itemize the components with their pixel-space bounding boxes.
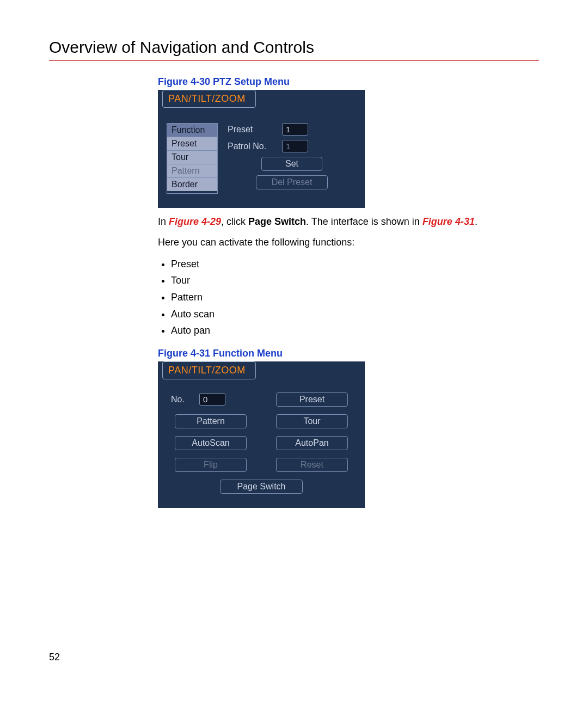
figure-ref-4-29: Figure 4-29 [169,216,221,227]
list-item: Preset [171,256,528,273]
set-button[interactable]: Set [261,157,322,171]
figure-caption-4-30: Figure 4-30 PTZ Setup Menu [158,76,528,88]
text: . The interface is shown in [306,216,422,227]
function-list: Function Preset Tour Pattern Border [167,123,218,194]
text: In [158,216,169,227]
no-field-label: No. [171,395,193,404]
list-item: Auto scan [171,306,528,323]
function-bullet-list: Preset Tour Pattern Auto scan Auto pan [171,256,528,339]
figure-ref-4-31: Figure 4-31 [422,216,475,227]
flip-button[interactable]: Flip [175,458,247,472]
ptz-tab-label: PAN/TILT/ZOOM [162,90,256,108]
text: . [475,216,477,227]
list-item: Pattern [171,289,528,306]
autopan-button[interactable]: AutoPan [276,436,348,450]
autoscan-button[interactable]: AutoScan [175,436,247,450]
tour-button[interactable]: Tour [276,414,348,428]
preset-number-input[interactable]: 1 [282,123,308,136]
page-switch-button[interactable]: Page Switch [220,480,303,494]
del-preset-button[interactable]: Del Preset [256,175,328,189]
pattern-button[interactable]: Pattern [175,414,247,428]
page-title: Overview of Navigation and Controls [49,38,539,61]
list-item: Tour [171,272,528,289]
text: , click [221,216,248,227]
list-item-pattern[interactable]: Pattern [167,164,217,178]
instruction-paragraph-1: In Figure 4-29, click Page Switch. The i… [158,214,528,230]
preset-button[interactable]: Preset [276,392,348,407]
ptz-setup-panel: PAN/TILT/ZOOM Function Preset Tour Patte… [158,90,365,208]
patrol-field-label: Patrol No. [228,142,277,151]
list-item-function[interactable]: Function [167,124,217,137]
patrol-number-readonly: 1 [282,140,308,152]
page-number: 52 [49,652,60,663]
list-item-preset[interactable]: Preset [167,137,217,151]
reset-button[interactable]: Reset [276,458,348,472]
list-item-border[interactable]: Border [167,178,217,191]
instruction-paragraph-2: Here you can activate the following func… [158,235,528,250]
list-item: Auto pan [171,322,528,339]
bold-page-switch: Page Switch [248,216,306,227]
preset-field-label: Preset [228,125,277,134]
no-input[interactable]: 0 [199,393,225,406]
ptz-function-panel: PAN/TILT/ZOOM No. 0 Preset Pattern Tour [158,361,365,508]
ptz-tab-label: PAN/TILT/ZOOM [162,361,256,379]
figure-caption-4-31: Figure 4-31 Function Menu [158,348,528,359]
list-item-tour[interactable]: Tour [167,151,217,164]
